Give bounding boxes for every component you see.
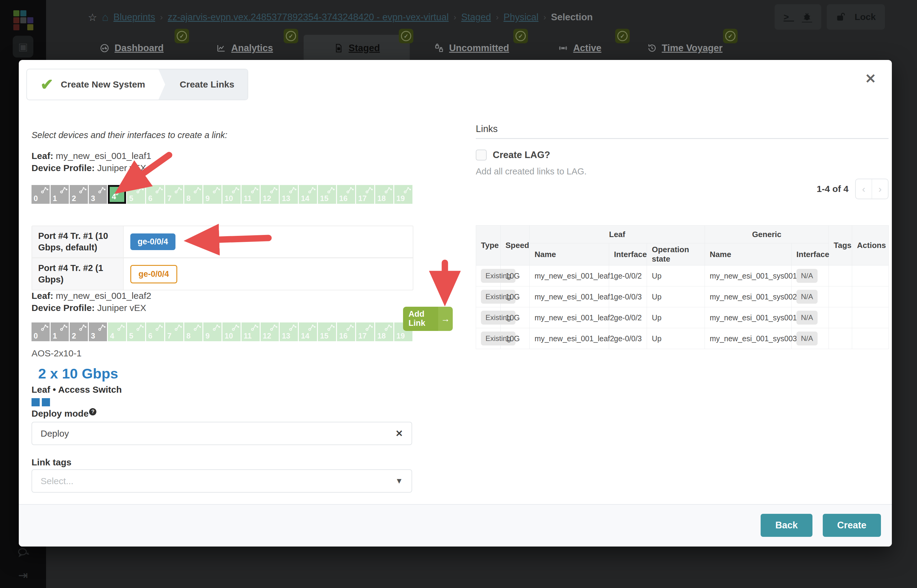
port-cell-1[interactable]: 1 (50, 323, 69, 341)
port-icon (40, 323, 49, 333)
port-cell-19[interactable]: 19 (394, 185, 412, 204)
col-leaf-name: Name (530, 244, 609, 265)
port-cell-4-selected[interactable]: 4 (108, 185, 126, 204)
cell-operation-state: Up (647, 307, 705, 328)
modal-footer: Back Create (19, 504, 892, 546)
port-number: 5 (129, 331, 133, 340)
port-cell-18[interactable]: 18 (375, 185, 393, 204)
port-icon (78, 323, 87, 333)
port-cell-5[interactable]: 5 (127, 185, 145, 204)
interface-badge-selected[interactable]: ge-0/0/4 (130, 233, 175, 250)
interface-badge-available[interactable]: ge-0/0/4 (130, 265, 177, 283)
app-root: ▣▤▦▥⌂⚙✦★◔ ⇥ ☆ ⌂ Blueprints›zz-ajarvis-ev… (0, 0, 917, 588)
transformation-row: Port #4 Tr. #1 (10 Gbps, default) ge-0/0… (32, 226, 413, 257)
port-cell-13[interactable]: 13 (280, 323, 298, 341)
leaf-label: Leaf: (31, 291, 53, 300)
port-cell-2[interactable]: 2 (70, 185, 88, 204)
table-row[interactable]: Existing10Gmy_new_esi_001_leaf1ge-0/0/2U… (476, 265, 889, 286)
port-number: 7 (167, 331, 172, 340)
chevron-down-icon: ▼ (395, 476, 403, 486)
port-cell-15[interactable]: 15 (318, 185, 336, 204)
port-cell-16[interactable]: 16 (337, 323, 355, 341)
port-icon (212, 323, 220, 333)
port-icon (193, 186, 201, 195)
port-cell-12[interactable]: 12 (261, 323, 279, 341)
prev-page-button[interactable]: ‹ (856, 179, 872, 199)
port-cell-10[interactable]: 10 (222, 185, 241, 204)
port-number: 6 (148, 331, 152, 340)
port-icon (97, 186, 106, 195)
cell-leaf-name: my_new_esi_001_leaf2 (530, 307, 609, 328)
leaf2-name: my_new_esi_001_leaf2 (56, 291, 151, 300)
table-row[interactable]: Existing10Gmy_new_esi_001_leaf2ge-0/0/3U… (476, 328, 889, 349)
next-page-button[interactable]: › (872, 179, 888, 199)
port-cell-7[interactable]: 7 (165, 185, 183, 204)
cell-operation-state: Up (647, 265, 705, 286)
port-square (42, 398, 50, 406)
port-cell-2[interactable]: 2 (70, 323, 88, 341)
port-number: 9 (206, 331, 210, 340)
port-cell-0[interactable]: 0 (31, 185, 50, 204)
port-cell-0[interactable]: 0 (31, 323, 50, 341)
table-row[interactable]: Existing10Gmy_new_esi_001_leaf2ge-0/0/2U… (476, 307, 889, 328)
col-leaf-interface: Interface (609, 244, 647, 265)
port-number: 3 (91, 194, 95, 203)
transformation-label: Port #4 Tr. #1 (10 Gbps, default) (32, 226, 124, 257)
add-link-button[interactable]: Add Link → (403, 307, 453, 331)
add-link-label: Add Link (408, 310, 430, 328)
link-editor-column: Select devices and their interfaces to c… (31, 60, 413, 546)
port-cell-3[interactable]: 3 (89, 323, 107, 341)
transformation-row: Port #4 Tr. #2 (1 Gbps) ge-0/0/4 (32, 257, 413, 289)
port-cell-6[interactable]: 6 (146, 323, 164, 341)
port-cell-16[interactable]: 16 (337, 185, 355, 204)
port-cell-18[interactable]: 18 (375, 323, 393, 341)
port-cell-17[interactable]: 17 (356, 323, 374, 341)
port-cell-10[interactable]: 10 (222, 323, 241, 341)
cell-actions (852, 307, 889, 328)
port-cell-15[interactable]: 15 (318, 323, 336, 341)
port-number: 15 (320, 194, 329, 203)
port-cell-11[interactable]: 11 (241, 185, 260, 204)
deploy-mode-select[interactable]: Deploy ✕ (31, 422, 412, 445)
cell-leaf-interface: ge-0/0/2 (609, 307, 647, 328)
port-cell-5[interactable]: 5 (127, 323, 145, 341)
help-icon[interactable]: ? (89, 408, 96, 415)
cell-leaf-interface: ge-0/0/3 (609, 328, 647, 349)
port-number: 19 (396, 331, 405, 340)
col-group-leaf: Leaf (530, 226, 705, 244)
port-cell-7[interactable]: 7 (165, 323, 183, 341)
port-cell-14[interactable]: 14 (299, 185, 317, 204)
port-cell-8[interactable]: 8 (184, 185, 203, 204)
port-cell-17[interactable]: 17 (356, 185, 374, 204)
link-tags-select[interactable]: Select... ▼ (31, 469, 412, 493)
create-button[interactable]: Create (823, 514, 881, 537)
port-cell-13[interactable]: 13 (280, 185, 298, 204)
col-generic-interface: Interface (792, 244, 829, 265)
back-button[interactable]: Back (761, 514, 812, 537)
clear-icon[interactable]: ✕ (395, 428, 403, 439)
port-number: 4 (110, 331, 114, 340)
port-cell-9[interactable]: 9 (203, 185, 222, 204)
leaf2-heading: Leaf: my_new_esi_001_leaf2 (31, 291, 151, 301)
pagination-buttons: ‹ › (855, 179, 888, 199)
port-cell-12[interactable]: 12 (261, 185, 279, 204)
cell-tags (829, 328, 852, 349)
port-cell-3[interactable]: 3 (89, 185, 107, 204)
port-cell-11[interactable]: 11 (241, 323, 260, 341)
deploy-mode-text: Deploy mode (31, 409, 89, 418)
port-cell-1[interactable]: 1 (50, 185, 69, 204)
create-lag-checkbox[interactable] (476, 150, 487, 160)
port-cell-8[interactable]: 8 (184, 323, 203, 341)
table-row[interactable]: Existing10Gmy_new_esi_001_leaf1ge-0/0/3U… (476, 286, 889, 307)
leaf1-profile: Device Profile: Juniper vEX (31, 163, 146, 173)
port-number: 1 (53, 331, 57, 340)
cell-generic-name: my_new_esi_001_sys001 (705, 265, 792, 286)
cell-tags (829, 265, 852, 286)
pagination: 1-4 of 4 ‹ › (817, 179, 888, 199)
port-cell-14[interactable]: 14 (299, 323, 317, 341)
port-number: 0 (34, 194, 38, 203)
port-icon (78, 186, 87, 195)
port-cell-9[interactable]: 9 (203, 323, 222, 341)
port-cell-4[interactable]: 4 (108, 323, 126, 341)
port-cell-6[interactable]: 6 (146, 185, 164, 204)
